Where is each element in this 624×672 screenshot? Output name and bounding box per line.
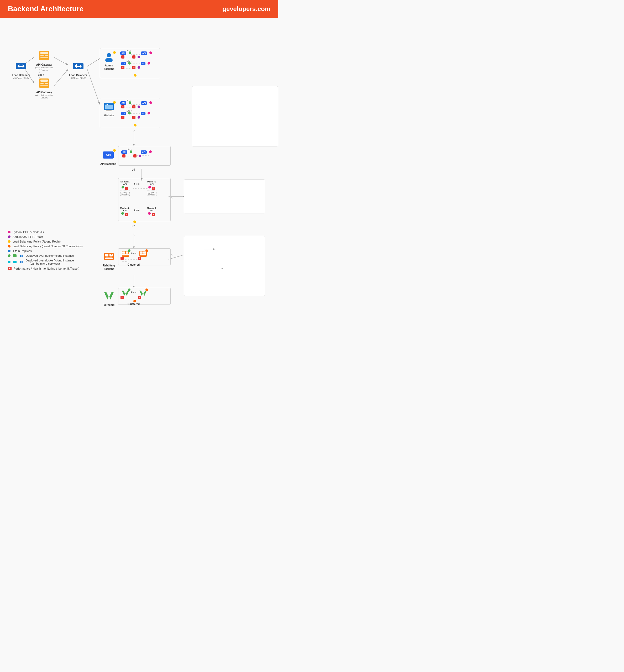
lb-left-label: Load Balancer	[12, 74, 30, 77]
svg-rect-54	[105, 254, 108, 256]
legend-item-redcross: + Performance / Health monitoring ( Isom…	[8, 267, 83, 270]
api-gateway-top: API Gateway (With Authorisation Server)	[34, 49, 55, 71]
svg-rect-34	[41, 55, 44, 56]
module-bottom-dot	[133, 219, 136, 224]
module1-left: Module 1API + 1 to xModules	[120, 181, 130, 196]
api-gw-bottom-label: API Gateway	[36, 91, 52, 94]
lb-left-icon	[15, 60, 27, 73]
legend-item-orange: Load Balancing Policy (Least Number Of C…	[8, 244, 83, 248]
svg-rect-56	[105, 258, 113, 259]
elastic-panel: ElasticSearchBackend + ElasticS	[184, 236, 265, 296]
svg-rect-35	[45, 55, 48, 56]
admin-ton-1: 1 to n	[126, 49, 131, 52]
svg-point-45	[105, 58, 113, 62]
svg-rect-39	[41, 83, 44, 84]
admin-bottom-dot	[134, 73, 136, 78]
lb-right-label: Load Balancer	[69, 74, 87, 77]
website-ton-2: 1 to n	[127, 110, 132, 112]
svg-rect-40	[45, 83, 48, 84]
legend-item-teal: Deployed over docker/ cloud instance (ca…	[8, 259, 83, 265]
module2-ton: 1 to n	[134, 209, 139, 211]
website-api-right: API	[141, 100, 152, 105]
main-content: Load Balancer (HAProxy / ELB) API Gatewa…	[0, 18, 278, 307]
admin-api-right: API	[141, 50, 152, 55]
rabbitmq-clustered-label: Clustered	[128, 263, 140, 266]
arrow-down-1: ›	[133, 128, 135, 133]
admin-backend-icon: Admin Backend	[101, 51, 117, 71]
legend-item-pink: Python, PHP & Node JS	[8, 231, 83, 234]
svg-marker-68	[139, 291, 147, 296]
lb-right-sublabel: (HAProxy / ELB)	[71, 77, 86, 80]
website-dots-api: + ........ +	[121, 105, 140, 108]
api-backend-label: API Backend	[100, 162, 116, 166]
admin-ton-2: 1 to n	[127, 60, 132, 62]
svg-rect-130	[13, 254, 17, 257]
svg-point-50	[107, 104, 108, 105]
svg-line-5	[54, 69, 68, 86]
svg-rect-36	[41, 57, 48, 58]
legend-item-green: Deployed over docker/ cloud instance	[8, 254, 83, 257]
arrow-right-redis: ›	[171, 196, 173, 201]
svg-line-4	[54, 57, 68, 65]
rabbitmq-label: Rabbitmq Backend	[100, 264, 118, 270]
lb-left-sublabel: (HAProxy / ELB)	[14, 77, 29, 80]
svg-rect-65	[140, 254, 146, 255]
rabbitmq-backend: Rabbitmq Backend	[100, 250, 118, 270]
gateway-ton-label: 1 to n	[38, 74, 44, 76]
arrow-down-2: ›	[133, 233, 135, 237]
api-be-ton: 1 to n	[127, 148, 132, 150]
svg-rect-52	[106, 110, 111, 111]
svg-rect-63	[140, 252, 142, 254]
header: Backend Architecture gevelopers.com	[0, 0, 278, 18]
admin-backend-label: Admin Backend	[101, 64, 117, 71]
lb-right-icon	[72, 60, 84, 73]
svg-point-44	[107, 53, 111, 57]
website-ton-1: 1 to n	[126, 99, 131, 102]
l7-label: L7	[132, 225, 135, 228]
rabbitmq-dots: ........	[122, 259, 127, 262]
website-icon: Website	[101, 101, 117, 117]
api-gw-bottom-sublabel: (With Authorisation Server)	[34, 94, 55, 99]
diagram: Load Balancer (HAProxy / ELB) API Gatewa…	[5, 23, 273, 301]
redis-panel: RedisBackend + 1 to n	[184, 179, 265, 213]
api-gw-bottom-icon	[38, 77, 50, 89]
vernemq-cl-left: +	[122, 289, 129, 298]
website-dots-ui: + ........ +	[121, 116, 140, 119]
svg-line-8	[87, 69, 100, 104]
svg-rect-41	[41, 85, 48, 86]
svg-rect-33	[41, 52, 48, 54]
svg-rect-131	[13, 261, 17, 263]
vernemq-ton: 1 to n	[131, 291, 136, 293]
l4-label: L4	[132, 168, 135, 171]
mongo-panel: Mongo DBBackend 1 to n Mongos	[192, 86, 278, 147]
api-gw-top-sublabel: (With Authorisation Server)	[34, 67, 55, 71]
svg-rect-59	[122, 252, 125, 254]
api-be-dots: + ........ +	[122, 154, 141, 157]
header-title: Backend Architecture	[8, 5, 83, 13]
arrow-right-elastic: ›	[171, 253, 173, 258]
svg-rect-64	[143, 252, 146, 254]
website-ui-right: UI	[141, 110, 150, 115]
header-domain: gevelopers.com	[223, 5, 270, 12]
svg-point-57	[111, 254, 112, 255]
module2-left: Module 2API +	[120, 207, 129, 216]
website-label: Website	[104, 114, 114, 117]
admin-dots-ui: + ........ +	[121, 66, 140, 69]
website-bottom-dot	[134, 123, 136, 128]
api-gw-top-label: API Gateway	[36, 63, 52, 67]
svg-rect-61	[122, 254, 129, 255]
svg-marker-66	[104, 292, 114, 300]
rabbitmq-ton: 1 to n	[131, 252, 136, 254]
svg-marker-67	[122, 291, 129, 296]
vernemq-clustered-label: Clustered	[128, 303, 140, 306]
api-gateway-bottom: API Gateway (With Authorisation Server)	[34, 77, 55, 99]
rabbitmq-cl-right: +	[139, 251, 147, 259]
elastic-panel-arrows	[184, 236, 265, 296]
vernemq-label: Vernemq Backend	[100, 303, 118, 307]
module2-right: Module 2API +	[147, 207, 156, 216]
load-balancer-right: Load Balancer (HAProxy / ELB)	[68, 60, 89, 80]
svg-line-7	[87, 58, 100, 67]
load-balancer-left: Load Balancer (HAProxy / ELB)	[10, 60, 31, 80]
svg-rect-38	[41, 80, 48, 82]
legend-item-purple: Angular JS, PHP, React	[8, 235, 83, 238]
